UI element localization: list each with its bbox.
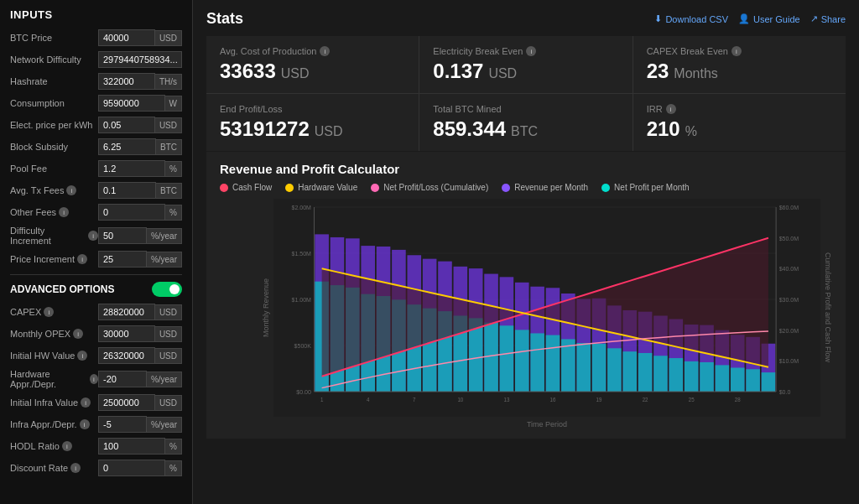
download-csv-button[interactable]: ⬇ Download CSV bbox=[654, 13, 728, 24]
stat-card-value: 33633USD bbox=[220, 60, 405, 83]
chart-section: Revenue and Profit Calculator Cash FlowH… bbox=[206, 152, 846, 439]
chart-legend: Cash FlowHardware ValueNet Profit/Loss (… bbox=[220, 183, 832, 192]
stat-card-label: CAPEX Break Eveni bbox=[647, 46, 832, 56]
field-input[interactable] bbox=[98, 460, 165, 476]
info-icon[interactable]: i bbox=[526, 46, 536, 56]
svg-rect-69 bbox=[638, 353, 653, 392]
unit-label: %/year bbox=[147, 228, 182, 244]
info-icon[interactable]: i bbox=[666, 104, 676, 114]
chart-wrapper: Monthly Revenue $0.00$500K$1.00M$1.50M$2… bbox=[220, 199, 832, 429]
stat-card: End Profit/Loss53191272USD bbox=[206, 94, 419, 151]
svg-text:$1.00M: $1.00M bbox=[291, 296, 310, 304]
share-button[interactable]: ↗ Share bbox=[810, 13, 846, 24]
field-wrap: % bbox=[98, 460, 182, 476]
input-row: Elect. price per kWhUSD bbox=[10, 117, 182, 133]
info-icon[interactable]: i bbox=[62, 441, 72, 451]
info-icon[interactable]: i bbox=[80, 419, 90, 429]
field-input[interactable] bbox=[98, 51, 182, 68]
info-icon[interactable]: i bbox=[77, 254, 87, 264]
header-actions: ⬇ Download CSV 👤 User Guide ↗ Share bbox=[654, 13, 846, 24]
field-input[interactable] bbox=[98, 204, 165, 221]
y-right-axis-label: Cumulative Profit and Cash Flow bbox=[824, 252, 832, 362]
field-wrap: USD bbox=[98, 117, 182, 133]
field-input[interactable] bbox=[98, 160, 165, 177]
stats-header: Stats ⬇ Download CSV 👤 User Guide ↗ Shar… bbox=[206, 10, 846, 28]
field-input[interactable] bbox=[98, 416, 147, 433]
input-row: Other Feesi% bbox=[10, 204, 182, 221]
info-icon[interactable]: i bbox=[81, 397, 91, 408]
inputs-title: INPUTS bbox=[10, 8, 182, 21]
info-icon[interactable]: i bbox=[731, 46, 742, 56]
field-input[interactable] bbox=[98, 438, 165, 455]
input-row: BTC PriceUSD bbox=[10, 29, 182, 46]
input-row: Initial Infra ValueiUSD bbox=[10, 394, 182, 411]
stats-title: Stats bbox=[206, 10, 243, 28]
field-label: Elect. price per kWh bbox=[10, 120, 98, 130]
info-icon[interactable]: i bbox=[73, 329, 83, 339]
stat-card-unit: USD bbox=[315, 124, 343, 138]
svg-rect-66 bbox=[592, 344, 607, 392]
y-left-axis-label: Monthly Revenue bbox=[262, 278, 270, 337]
field-input[interactable] bbox=[98, 251, 147, 268]
input-row: Network Difficulty bbox=[10, 51, 182, 68]
legend-dot bbox=[285, 184, 294, 192]
user-guide-button[interactable]: 👤 User Guide bbox=[738, 13, 800, 24]
field-label: HODL Ratioi bbox=[10, 441, 98, 451]
field-input[interactable] bbox=[98, 182, 156, 199]
svg-text:$1.50M: $1.50M bbox=[291, 250, 310, 258]
stat-card: CAPEX Break Eveni23Months bbox=[633, 36, 846, 93]
legend-label: Cash Flow bbox=[232, 183, 272, 192]
info-icon[interactable]: i bbox=[44, 307, 54, 317]
info-icon[interactable]: i bbox=[66, 185, 76, 195]
field-input[interactable] bbox=[98, 394, 155, 411]
advanced-title: ADVANCED OPTIONS bbox=[10, 283, 114, 295]
svg-rect-61 bbox=[515, 330, 529, 392]
svg-text:$0.0: $0.0 bbox=[779, 388, 791, 397]
info-icon[interactable]: i bbox=[320, 46, 330, 56]
advanced-toggle[interactable] bbox=[152, 282, 182, 297]
stat-card-value: 210% bbox=[647, 117, 832, 141]
unit-label: USD bbox=[155, 304, 182, 320]
unit-label: USD bbox=[155, 117, 182, 133]
legend-item: Hardware Value bbox=[285, 183, 357, 192]
field-label: Pool Fee bbox=[10, 164, 98, 174]
field-input[interactable] bbox=[98, 227, 147, 244]
unit-label: BTC bbox=[156, 183, 182, 199]
input-row: Monthly OPEXiUSD bbox=[10, 325, 182, 342]
info-icon[interactable]: i bbox=[59, 207, 69, 217]
stat-card: Electricity Break Eveni0.137USD bbox=[419, 36, 632, 93]
field-wrap: W bbox=[98, 95, 182, 112]
share-icon: ↗ bbox=[810, 13, 818, 24]
svg-text:16: 16 bbox=[550, 397, 556, 403]
field-input[interactable] bbox=[98, 371, 147, 387]
field-label: BTC Price bbox=[10, 33, 98, 43]
unit-label: TH/s bbox=[155, 74, 182, 90]
field-input[interactable] bbox=[98, 347, 155, 364]
field-input[interactable] bbox=[98, 73, 155, 90]
info-icon[interactable]: i bbox=[90, 374, 98, 384]
info-icon[interactable]: i bbox=[77, 351, 87, 361]
field-input[interactable] bbox=[98, 304, 155, 320]
field-wrap: % bbox=[98, 160, 182, 177]
svg-rect-60 bbox=[500, 325, 514, 392]
svg-text:25: 25 bbox=[689, 397, 695, 403]
stat-card-unit: USD bbox=[488, 66, 517, 81]
info-icon[interactable]: i bbox=[70, 463, 81, 473]
input-row: HashrateTH/s bbox=[10, 73, 182, 90]
svg-text:4: 4 bbox=[367, 397, 370, 403]
chart-title: Revenue and Profit Calculator bbox=[220, 162, 832, 176]
input-row: Initial HW ValueiUSD bbox=[10, 347, 182, 364]
stat-card: Avg. Cost of Productioni33633USD bbox=[206, 36, 419, 93]
svg-rect-62 bbox=[530, 333, 544, 392]
stat-card-value: 23Months bbox=[647, 60, 832, 83]
field-input[interactable] bbox=[98, 117, 155, 133]
field-wrap: BTC bbox=[98, 138, 182, 155]
field-input[interactable] bbox=[98, 95, 165, 112]
info-icon[interactable]: i bbox=[88, 231, 98, 241]
field-input[interactable] bbox=[98, 29, 155, 46]
field-label: Difficulty Incrementi bbox=[10, 226, 98, 246]
field-input[interactable] bbox=[98, 325, 155, 342]
field-wrap: TH/s bbox=[98, 73, 182, 90]
field-input[interactable] bbox=[98, 138, 156, 155]
field-label: Initial Infra Valuei bbox=[10, 397, 98, 408]
